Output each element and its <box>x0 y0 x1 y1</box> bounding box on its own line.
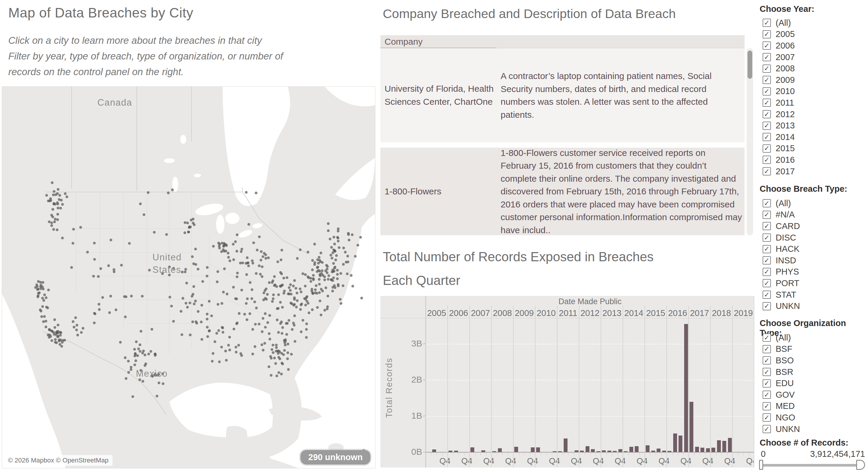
city-dot[interactable] <box>227 252 229 254</box>
city-dot[interactable] <box>351 285 354 288</box>
bar-2018-q1[interactable] <box>711 448 715 452</box>
city-dot[interactable] <box>346 273 348 275</box>
bar-2010-q4[interactable] <box>553 451 557 452</box>
city-dot[interactable] <box>311 308 313 311</box>
filter-option-bso[interactable]: BSO <box>760 355 866 366</box>
city-dot[interactable] <box>281 306 284 309</box>
city-dot[interactable] <box>206 266 209 268</box>
city-dot[interactable] <box>206 275 209 277</box>
city-dot[interactable] <box>52 331 55 334</box>
city-dot[interactable] <box>248 312 251 315</box>
bar-2017-q3[interactable] <box>701 448 704 452</box>
city-dot[interactable] <box>59 207 62 210</box>
city-dot[interactable] <box>316 258 319 261</box>
city-dot[interactable] <box>280 373 283 376</box>
city-dot[interactable] <box>36 285 38 288</box>
city-dot[interactable] <box>359 236 362 239</box>
bar-2007-q3[interactable] <box>482 450 485 452</box>
city-dot[interactable] <box>135 341 138 343</box>
filter-option-edu[interactable]: EDU <box>760 378 866 389</box>
city-dot[interactable] <box>284 344 286 346</box>
filter-option-2014[interactable]: 2014 <box>760 131 866 143</box>
checkbox-checked-icon[interactable] <box>763 41 771 50</box>
city-dot[interactable] <box>318 299 321 302</box>
city-dot[interactable] <box>193 303 195 305</box>
bar-2012-q4[interactable] <box>596 451 600 452</box>
city-dot[interactable] <box>223 267 226 270</box>
city-dot[interactable] <box>327 278 330 281</box>
filter-option-med[interactable]: MED <box>760 401 866 412</box>
city-dot[interactable] <box>213 340 216 343</box>
city-dot[interactable] <box>56 218 59 221</box>
city-dot[interactable] <box>272 297 274 300</box>
city-dot[interactable] <box>307 302 309 305</box>
city-dot[interactable] <box>336 273 339 276</box>
city-dot[interactable] <box>80 331 83 334</box>
city-dot[interactable] <box>165 233 168 236</box>
city-dot[interactable] <box>273 284 276 287</box>
checkbox-checked-icon[interactable] <box>763 19 771 27</box>
city-dot[interactable] <box>147 191 150 194</box>
city-dot[interactable] <box>282 277 285 279</box>
bar-2014-q3[interactable] <box>635 446 639 452</box>
city-dot[interactable] <box>254 345 256 348</box>
filter-option-disc[interactable]: DISC <box>760 232 866 244</box>
city-dot[interactable] <box>261 265 264 268</box>
city-dot[interactable] <box>272 351 274 354</box>
city-dot[interactable] <box>75 329 78 331</box>
city-dot[interactable] <box>319 274 321 277</box>
city-dot[interactable] <box>247 223 250 226</box>
city-dot[interactable] <box>277 293 280 296</box>
city-dot[interactable] <box>347 232 350 234</box>
city-dot[interactable] <box>195 322 198 324</box>
city-dot[interactable] <box>340 272 342 275</box>
city-dot[interactable] <box>61 237 64 240</box>
city-dot[interactable] <box>157 382 160 384</box>
bar-2018-q3[interactable] <box>722 441 726 452</box>
city-dot[interactable] <box>320 288 322 290</box>
city-dot[interactable] <box>148 353 150 355</box>
city-dot[interactable] <box>130 366 132 368</box>
city-dot[interactable] <box>258 264 260 267</box>
city-dot[interactable] <box>182 297 184 300</box>
city-dot[interactable] <box>97 275 100 278</box>
city-dot[interactable] <box>265 288 267 290</box>
city-dot[interactable] <box>40 315 43 318</box>
city-dot[interactable] <box>171 188 174 191</box>
city-dot[interactable] <box>260 259 262 261</box>
bar-2010-q1[interactable] <box>536 447 540 452</box>
city-dot[interactable] <box>289 283 292 286</box>
city-dot[interactable] <box>326 271 328 274</box>
city-dot[interactable] <box>312 274 315 277</box>
city-dot[interactable] <box>192 218 194 220</box>
city-dot[interactable] <box>52 193 55 196</box>
city-dot[interactable] <box>65 196 68 198</box>
city-dot[interactable] <box>58 194 61 197</box>
city-dot[interactable] <box>53 190 55 193</box>
city-dot[interactable] <box>342 284 344 287</box>
city-dot[interactable] <box>238 312 240 315</box>
bar-2005-q2[interactable] <box>432 449 436 452</box>
city-dot[interactable] <box>245 191 247 194</box>
city-dot[interactable] <box>360 297 363 299</box>
city-dot[interactable] <box>217 329 220 332</box>
city-dot[interactable] <box>335 254 338 257</box>
city-dot[interactable] <box>276 375 278 377</box>
city-dot[interactable] <box>277 352 279 355</box>
city-dot[interactable] <box>210 315 213 317</box>
city-dot[interactable] <box>98 303 100 306</box>
city-dot[interactable] <box>269 338 271 341</box>
bar-2016-q3[interactable] <box>679 436 682 452</box>
city-dot[interactable] <box>200 304 203 307</box>
city-dot[interactable] <box>302 319 304 322</box>
city-dot[interactable] <box>134 359 137 362</box>
breach-city-map[interactable]: Canada United States Mexico © 2026 Mapbo… <box>2 86 375 468</box>
city-dot[interactable] <box>39 287 42 290</box>
city-dot[interactable] <box>124 315 127 318</box>
bar-2009-q1[interactable] <box>514 447 518 452</box>
city-dot[interactable] <box>143 213 145 216</box>
city-dot[interactable] <box>119 341 122 344</box>
city-dot[interactable] <box>184 231 186 234</box>
city-dot[interactable] <box>320 314 322 316</box>
city-dot[interactable] <box>228 349 231 351</box>
